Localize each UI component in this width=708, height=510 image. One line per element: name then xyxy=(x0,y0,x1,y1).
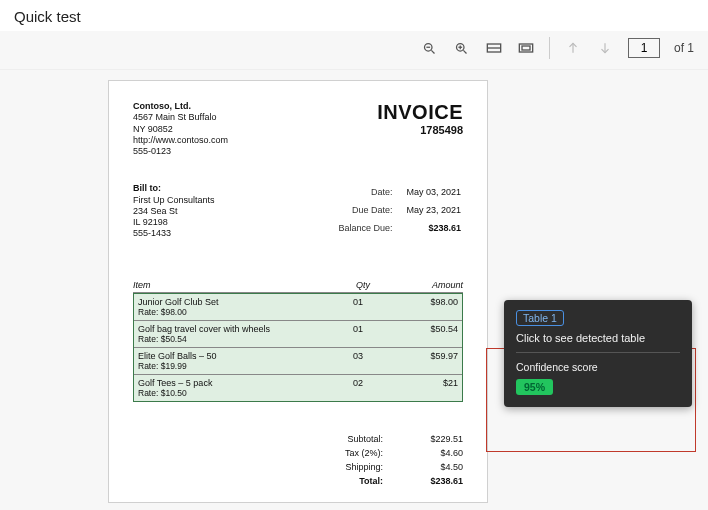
page-number-input[interactable]: 1 xyxy=(628,38,660,58)
invoice-label: INVOICE xyxy=(377,101,463,124)
tooltip-click-text: Click to see detected table xyxy=(516,332,680,344)
bill-to-block: Bill to: First Up Consultants 234 Sea St… xyxy=(133,183,215,239)
subtotal-label: Subtotal: xyxy=(323,434,383,444)
item-amount: $50.54 xyxy=(388,324,458,344)
svg-line-4 xyxy=(464,50,467,53)
fit-page-icon[interactable] xyxy=(517,39,535,57)
prev-page-icon xyxy=(564,39,582,57)
bill-to-city: IL 92198 xyxy=(133,217,215,228)
detection-tooltip[interactable]: Table 1 Click to see detected table Conf… xyxy=(504,300,692,407)
item-amount: $59.97 xyxy=(388,351,458,371)
shipping-value: $4.50 xyxy=(403,462,463,472)
company-phone: 555-0123 xyxy=(133,146,228,157)
item-qty: 02 xyxy=(328,378,388,398)
tax-label: Tax (2%): xyxy=(323,448,383,458)
toolbar-divider xyxy=(549,37,550,59)
bill-to-label: Bill to: xyxy=(133,183,215,194)
subtotal-value: $229.51 xyxy=(403,434,463,444)
tooltip-divider xyxy=(516,352,680,353)
date-label: Date: xyxy=(326,185,392,201)
svg-rect-10 xyxy=(522,46,530,50)
table-row: Golf Tees – 5 packRate: $10.50 02 $21 xyxy=(134,375,462,401)
bill-to-phone: 555-1433 xyxy=(133,228,215,239)
confidence-label: Confidence score xyxy=(516,361,680,373)
item-name: Elite Golf Balls – 50 xyxy=(138,351,328,361)
item-qty: 03 xyxy=(328,351,388,371)
confidence-value-badge: 95% xyxy=(516,379,553,395)
detected-table-region[interactable]: Junior Golf Club SetRate: $98.00 01 $98.… xyxy=(133,293,463,402)
item-rate: Rate: $98.00 xyxy=(138,307,328,317)
viewer-toolbar: 1 of 1 xyxy=(0,31,708,70)
due-date-value: May 23, 2021 xyxy=(394,203,461,219)
balance-due-label: Balance Due: xyxy=(326,221,392,237)
item-qty: 01 xyxy=(328,297,388,317)
total-label: Total: xyxy=(323,476,383,486)
page-count-label: of 1 xyxy=(674,41,694,55)
svg-line-1 xyxy=(432,50,435,53)
item-amount: $21 xyxy=(388,378,458,398)
col-header-qty: Qty xyxy=(333,280,393,290)
fit-width-icon[interactable] xyxy=(485,39,503,57)
company-street: 4567 Main St Buffalo xyxy=(133,112,228,123)
date-value: May 03, 2021 xyxy=(394,185,461,201)
company-address: Contoso, Ltd. 4567 Main St Buffalo NY 90… xyxy=(133,101,228,157)
item-rate: Rate: $19.99 xyxy=(138,361,328,371)
table-row: Elite Golf Balls – 50Rate: $19.99 03 $59… xyxy=(134,348,462,375)
item-qty: 01 xyxy=(328,324,388,344)
table-row: Junior Golf Club SetRate: $98.00 01 $98.… xyxy=(134,294,462,321)
item-name: Golf bag travel cover with wheels xyxy=(138,324,328,334)
col-header-item: Item xyxy=(133,280,333,290)
due-date-label: Due Date: xyxy=(326,203,392,219)
tax-value: $4.60 xyxy=(403,448,463,458)
zoom-out-icon[interactable] xyxy=(421,39,439,57)
next-page-icon xyxy=(596,39,614,57)
company-name: Contoso, Ltd. xyxy=(133,101,228,112)
svg-rect-9 xyxy=(519,44,532,52)
table-row: Golf bag travel cover with wheelsRate: $… xyxy=(134,321,462,348)
invoice-dates: Date:May 03, 2021 Due Date:May 23, 2021 … xyxy=(324,183,463,239)
document-viewport: Contoso, Ltd. 4567 Main St Buffalo NY 90… xyxy=(0,70,708,510)
table-badge[interactable]: Table 1 xyxy=(516,310,564,326)
bill-to-street: 234 Sea St xyxy=(133,206,215,217)
company-city: NY 90852 xyxy=(133,124,228,135)
item-name: Junior Golf Club Set xyxy=(138,297,328,307)
invoice-document: Contoso, Ltd. 4567 Main St Buffalo NY 90… xyxy=(108,80,488,503)
item-rate: Rate: $50.54 xyxy=(138,334,328,344)
invoice-number: 1785498 xyxy=(377,124,463,136)
col-header-amount: Amount xyxy=(393,280,463,290)
company-url: http://www.contoso.com xyxy=(133,135,228,146)
invoice-totals: Subtotal:$229.51 Tax (2%):$4.60 Shipping… xyxy=(133,432,463,488)
item-amount: $98.00 xyxy=(388,297,458,317)
item-name: Golf Tees – 5 pack xyxy=(138,378,328,388)
balance-due-value: $238.61 xyxy=(394,221,461,237)
invoice-heading: INVOICE 1785498 xyxy=(377,101,463,157)
zoom-in-icon[interactable] xyxy=(453,39,471,57)
page-title: Quick test xyxy=(0,0,708,31)
bill-to-name: First Up Consultants xyxy=(133,195,215,206)
item-rate: Rate: $10.50 xyxy=(138,388,328,398)
shipping-label: Shipping: xyxy=(323,462,383,472)
line-items-table[interactable]: Item Qty Amount Junior Golf Club SetRate… xyxy=(133,278,463,402)
total-value: $238.61 xyxy=(403,476,463,486)
